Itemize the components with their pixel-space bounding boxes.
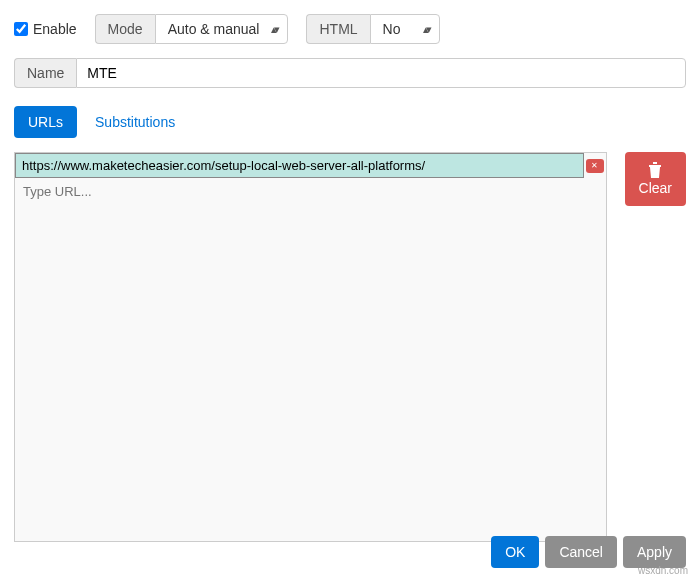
apply-button[interactable]: Apply (623, 536, 686, 568)
mode-group: Mode Auto & manual ▴▾ (95, 14, 289, 44)
delete-url-button[interactable]: ✕ (586, 159, 604, 173)
footer-buttons: OK Cancel Apply (491, 536, 686, 568)
clear-label: Clear (639, 180, 672, 196)
url-input[interactable] (15, 153, 584, 178)
caret-icon: ▴▾ (271, 23, 277, 36)
close-icon: ✕ (591, 161, 598, 170)
trash-icon (648, 162, 662, 178)
mode-value: Auto & manual (168, 21, 260, 37)
content-row: ✕ Clear (14, 152, 686, 542)
enable-label: Enable (33, 21, 77, 37)
watermark-text: wsxdn.com (638, 565, 688, 576)
url-list-panel: ✕ (14, 152, 607, 542)
url-input-new[interactable] (15, 178, 606, 205)
name-addon: Name (14, 58, 76, 88)
cancel-button[interactable]: Cancel (545, 536, 617, 568)
tab-substitutions[interactable]: Substitutions (81, 106, 189, 138)
enable-checkbox[interactable] (14, 22, 28, 36)
mode-select[interactable]: Auto & manual ▴▾ (155, 14, 289, 44)
svg-rect-1 (653, 162, 657, 164)
svg-rect-0 (649, 165, 661, 167)
name-row: Name (14, 58, 686, 88)
url-item-row (15, 178, 606, 205)
name-input[interactable] (76, 58, 686, 88)
clear-button[interactable]: Clear (625, 152, 686, 206)
ok-button[interactable]: OK (491, 536, 539, 568)
caret-icon: ▴▾ (423, 23, 429, 36)
tabs-bar: URLs Substitutions (14, 106, 686, 138)
html-select[interactable]: No ▴▾ (370, 14, 440, 44)
url-item-row: ✕ (15, 153, 606, 178)
html-group: HTML No ▴▾ (306, 14, 439, 44)
mode-addon: Mode (95, 14, 155, 44)
html-value: No (383, 21, 401, 37)
top-controls-row: Enable Mode Auto & manual ▴▾ HTML No ▴▾ (14, 14, 686, 44)
enable-checkbox-wrap[interactable]: Enable (14, 21, 77, 37)
html-addon: HTML (306, 14, 369, 44)
tab-urls[interactable]: URLs (14, 106, 77, 138)
